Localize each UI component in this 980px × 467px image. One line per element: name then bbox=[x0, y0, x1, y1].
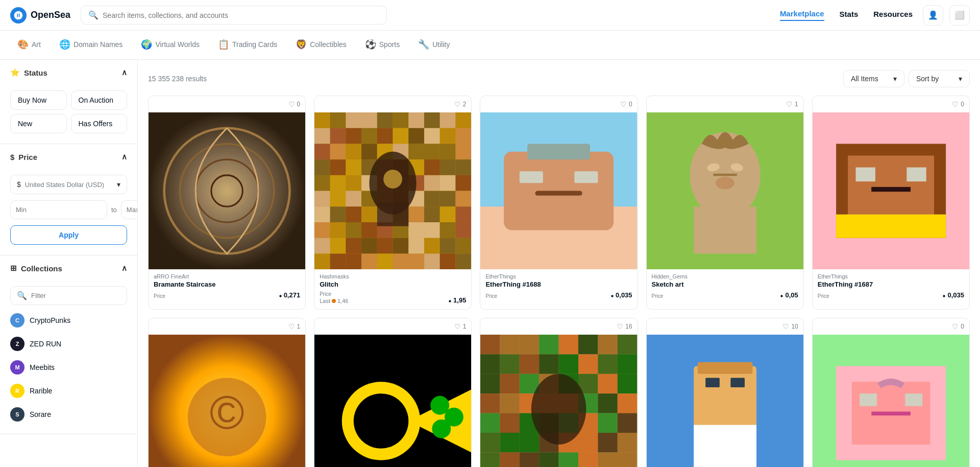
collections-header[interactable]: ⊞ Collections ∧ bbox=[0, 255, 137, 281]
nft-collection: aRRO FineArt bbox=[154, 273, 300, 279]
chevron-down-sort-icon: ▾ bbox=[959, 75, 962, 83]
collections-label: Collections bbox=[21, 264, 62, 273]
svg-rect-179 bbox=[598, 413, 618, 433]
svg-rect-12 bbox=[409, 112, 425, 128]
dollar-icon: $ bbox=[10, 153, 14, 161]
cat-icon: 🎨 bbox=[17, 39, 29, 50]
nft-card[interactable]: ♡ 1 bbox=[314, 318, 472, 467]
nft-card[interactable]: ♡ 0 EtherThings EtherThing #1688 Price ⬥… bbox=[480, 96, 638, 310]
nav-marketplace[interactable]: Marketplace bbox=[780, 9, 824, 21]
svg-rect-122 bbox=[694, 206, 756, 253]
svg-rect-48 bbox=[346, 175, 362, 191]
nav-stats[interactable]: Stats bbox=[840, 10, 859, 20]
svg-rect-82 bbox=[409, 222, 425, 238]
collections-filter-input[interactable] bbox=[31, 292, 120, 299]
cat-icon: 🦁 bbox=[296, 39, 307, 50]
status-grid: Buy Now On Auction New Has Offers bbox=[10, 90, 127, 133]
buy-now-button[interactable]: Buy Now bbox=[10, 90, 67, 110]
price-min-input[interactable] bbox=[10, 200, 107, 219]
nft-card[interactable]: ♡ 2 Hashmasks Glitch Price Last1,46 ⬥ 1,… bbox=[314, 96, 472, 310]
new-button[interactable]: New bbox=[10, 114, 67, 133]
price-header[interactable]: $ Price ∧ bbox=[0, 144, 137, 170]
svg-rect-93 bbox=[424, 238, 440, 254]
nft-price-row: Price ⬥ 0,035 bbox=[818, 291, 964, 299]
price-max-input[interactable] bbox=[121, 200, 138, 219]
nft-price: ⬥ 0,05 bbox=[780, 291, 798, 299]
category-item-trading-cards[interactable]: 📋Trading Cards bbox=[211, 31, 284, 59]
status-header[interactable]: ⭐ Status ∧ bbox=[0, 60, 137, 85]
nft-collection: Hashmasks bbox=[320, 273, 466, 279]
category-item-domain-names[interactable]: 🌐Domain Names bbox=[52, 31, 130, 59]
svg-rect-209 bbox=[694, 366, 756, 429]
svg-rect-84 bbox=[440, 222, 456, 238]
svg-rect-158 bbox=[500, 374, 520, 393]
collection-item[interactable]: RRarible bbox=[10, 382, 127, 400]
collection-item[interactable]: CCryptoPunks bbox=[10, 311, 127, 330]
nft-card[interactable]: ♡ 10 bbox=[646, 318, 804, 467]
nft-image bbox=[314, 112, 471, 269]
collection-avatar: M bbox=[10, 360, 24, 375]
svg-rect-33 bbox=[424, 144, 440, 159]
nft-collection: EtherThings bbox=[818, 273, 964, 279]
nft-price-label: Price bbox=[485, 293, 497, 299]
has-offers-button[interactable]: Has Offers bbox=[71, 114, 128, 133]
collection-item[interactable]: SSorare bbox=[10, 405, 127, 424]
svg-rect-181 bbox=[480, 433, 500, 452]
svg-rect-24 bbox=[440, 128, 456, 144]
svg-rect-98 bbox=[346, 253, 362, 269]
nft-card[interactable]: ♡ 16 bbox=[480, 318, 638, 467]
logo-text: OpenSea bbox=[31, 10, 70, 20]
collection-item[interactable]: MMeebits bbox=[10, 358, 127, 377]
category-item-utility[interactable]: 🔧Utility bbox=[411, 31, 457, 59]
nft-name: EtherThing #1688 bbox=[485, 281, 632, 288]
svg-rect-186 bbox=[578, 433, 598, 452]
nft-price-label: Price bbox=[154, 293, 165, 299]
collection-name: CryptoPunks bbox=[30, 316, 70, 324]
nft-card[interactable]: ♡ 0 aRRO FineArt Bramante Staircase Pric… bbox=[148, 96, 306, 310]
svg-rect-13 bbox=[424, 112, 440, 128]
nft-card[interactable]: ♡ 1 Hidden_Gems Sketch art Price ⬥ 0,05 bbox=[646, 96, 804, 310]
wallet-icon-button[interactable]: ⬜ bbox=[949, 5, 970, 26]
svg-rect-194 bbox=[578, 453, 598, 467]
svg-rect-36 bbox=[314, 159, 330, 175]
svg-rect-69 bbox=[361, 206, 377, 222]
nft-card[interactable]: ♡ 0 EtherThings EtherThing #1687 Price ⬥… bbox=[812, 96, 970, 310]
category-item-sports[interactable]: ⚽Sports bbox=[358, 31, 407, 59]
sort-by-select[interactable]: Sort by ▾ bbox=[909, 70, 970, 87]
nft-image bbox=[647, 112, 803, 269]
category-item-collectibles[interactable]: 🦁Collectibles bbox=[288, 31, 354, 59]
category-item-art[interactable]: 🎨Art bbox=[10, 31, 48, 59]
currency-select[interactable]: $ United States Dollar (USD) ▾ bbox=[10, 175, 127, 194]
search-bar[interactable]: 🔍 bbox=[81, 6, 387, 25]
all-items-select[interactable]: All Items ▾ bbox=[843, 70, 904, 87]
svg-rect-192 bbox=[540, 453, 559, 467]
on-auction-button[interactable]: On Auction bbox=[71, 90, 128, 110]
user-icon-button[interactable]: 👤 bbox=[923, 5, 943, 26]
like-bar: ♡ 0 bbox=[813, 96, 969, 112]
svg-point-121 bbox=[716, 177, 734, 190]
category-item-virtual-worlds[interactable]: 🌍Virtual Worlds bbox=[134, 31, 207, 59]
nft-card[interactable]: ♡ 0 bbox=[812, 318, 970, 467]
sidebar: ⭐ Status ∧ Buy Now On Auction New Has Of… bbox=[0, 60, 138, 467]
like-count: 0 bbox=[961, 323, 964, 330]
like-bar: ♡ 1 bbox=[647, 96, 803, 112]
apply-button[interactable]: Apply bbox=[10, 225, 127, 245]
nft-price-row: Price ⬥ 0,05 bbox=[652, 291, 798, 299]
svg-rect-38 bbox=[346, 159, 362, 175]
cat-label: Art bbox=[32, 40, 41, 49]
svg-rect-100 bbox=[377, 253, 393, 269]
collections-filter-wrap[interactable]: 🔍 bbox=[10, 286, 127, 305]
svg-rect-144 bbox=[540, 335, 559, 354]
nft-price: ⬥ 0,035 bbox=[610, 291, 632, 299]
nft-price-value: 0,05 bbox=[785, 291, 798, 299]
svg-rect-149 bbox=[480, 355, 500, 374]
search-input[interactable] bbox=[103, 11, 379, 19]
nft-card[interactable]: ♡ 1 © bbox=[148, 318, 306, 467]
svg-rect-183 bbox=[520, 433, 539, 452]
collection-item[interactable]: ZZED RUN bbox=[10, 335, 127, 353]
nft-info: Hashmasks Glitch Price Last1,46 ⬥ 1,95 bbox=[314, 269, 471, 309]
nav-resources[interactable]: Resources bbox=[873, 10, 913, 20]
collections-content: 🔍 CCryptoPunksZZED RUNMMeebitsRRaribleSS… bbox=[0, 281, 137, 434]
svg-rect-78 bbox=[346, 222, 362, 238]
logo[interactable]: OpenSea bbox=[10, 7, 70, 24]
